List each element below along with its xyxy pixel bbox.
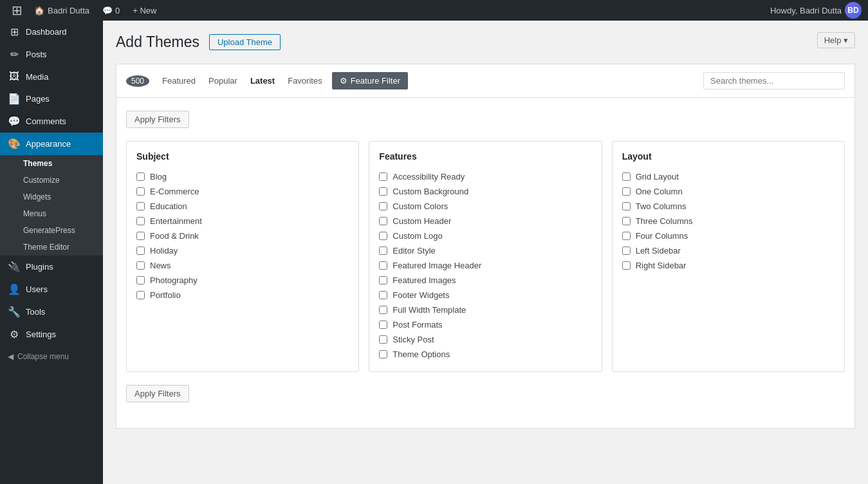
- filter-accessibility-ready[interactable]: Accessibility Ready: [379, 169, 591, 184]
- collapse-menu[interactable]: ◀ Collapse menu: [0, 346, 103, 368]
- avatar[interactable]: BD: [845, 2, 862, 19]
- checkbox-editor-style[interactable]: [379, 247, 387, 255]
- filter-portfolio[interactable]: Portfolio: [136, 288, 349, 302]
- site-name[interactable]: 🏠 Badri Dutta: [28, 6, 96, 15]
- comments-link[interactable]: 💬 0: [96, 6, 126, 15]
- upload-theme-button[interactable]: Upload Theme: [209, 34, 281, 50]
- main-content: Add Themes Upload Theme Help ▾ 500 Featu…: [103, 21, 868, 484]
- checkbox-theme-options[interactable]: [379, 350, 387, 358]
- filter-columns: Subject Blog E-Commerce Education: [126, 141, 845, 372]
- filter-right-sidebar[interactable]: Right Sidebar: [622, 258, 835, 273]
- checkbox-custom-colors[interactable]: [379, 202, 387, 210]
- checkbox-sticky-post[interactable]: [379, 335, 387, 344]
- filter-theme-options[interactable]: Theme Options: [379, 347, 591, 362]
- filter-education[interactable]: Education: [136, 199, 349, 214]
- appearance-icon: 🎨: [8, 138, 21, 150]
- checkbox-food-drink[interactable]: [136, 232, 145, 240]
- filter-content: Apply Filters Subject Blog E-Commerce: [116, 97, 855, 429]
- filter-news[interactable]: News: [136, 258, 349, 273]
- checkbox-holiday[interactable]: [136, 247, 145, 255]
- search-themes-input[interactable]: [703, 72, 845, 89]
- theme-count-badge: 500: [126, 75, 149, 87]
- settings-icon: ⚙: [8, 328, 21, 340]
- help-button[interactable]: Help ▾: [817, 32, 855, 48]
- checkbox-one-column[interactable]: [622, 187, 631, 196]
- filter-footer-widgets[interactable]: Footer Widgets: [379, 288, 591, 302]
- checkbox-two-columns[interactable]: [622, 202, 631, 210]
- plugins-icon: 🔌: [8, 261, 21, 273]
- sidebar-sub-themes[interactable]: Themes: [0, 155, 103, 172]
- wp-logo[interactable]: ⊞: [6, 3, 28, 18]
- checkbox-featured-images[interactable]: [379, 276, 387, 284]
- tab-favorites[interactable]: Favorites: [281, 73, 328, 89]
- feature-filter-button[interactable]: ⚙ Feature Filter: [332, 72, 408, 89]
- sidebar-sub-generatepress[interactable]: GeneratePress: [0, 222, 103, 239]
- filter-blog[interactable]: Blog: [136, 169, 349, 184]
- filter-photography[interactable]: Photography: [136, 273, 349, 288]
- checkbox-photography[interactable]: [136, 276, 145, 284]
- sidebar-sub-widgets[interactable]: Widgets: [0, 189, 103, 205]
- new-content[interactable]: + New: [126, 6, 163, 15]
- filter-sticky-post[interactable]: Sticky Post: [379, 332, 591, 347]
- checkbox-blog[interactable]: [136, 172, 145, 181]
- sidebar-item-media[interactable]: 🖼 Media: [0, 66, 103, 88]
- filter-editor-style[interactable]: Editor Style: [379, 243, 591, 258]
- filter-three-columns[interactable]: Three Columns: [622, 214, 835, 228]
- tab-featured[interactable]: Featured: [156, 73, 202, 89]
- filter-grid-layout[interactable]: Grid Layout: [622, 169, 835, 184]
- apply-filters-bottom-button[interactable]: Apply Filters: [126, 385, 189, 402]
- checkbox-custom-background[interactable]: [379, 187, 387, 196]
- checkbox-full-width-template[interactable]: [379, 306, 387, 314]
- checkbox-news[interactable]: [136, 261, 145, 270]
- sidebar: ⊞ Dashboard ✏ Posts 🖼 Media 📄 Pages 💬 Co…: [0, 21, 103, 484]
- filter-custom-header[interactable]: Custom Header: [379, 214, 591, 228]
- filter-left-sidebar[interactable]: Left Sidebar: [622, 243, 835, 258]
- filter-two-columns[interactable]: Two Columns: [622, 199, 835, 214]
- page-title: Add Themes: [116, 33, 199, 51]
- sidebar-sub-customize[interactable]: Customize: [0, 172, 103, 189]
- filter-featured-image-header[interactable]: Featured Image Header: [379, 258, 591, 273]
- sidebar-item-posts[interactable]: ✏ Posts: [0, 43, 103, 66]
- sidebar-item-pages[interactable]: 📄 Pages: [0, 88, 103, 110]
- checkbox-right-sidebar[interactable]: [622, 261, 631, 270]
- filter-entertainment[interactable]: Entertainment: [136, 214, 349, 228]
- sidebar-item-settings[interactable]: ⚙ Settings: [0, 323, 103, 346]
- filter-ecommerce[interactable]: E-Commerce: [136, 184, 349, 199]
- checkbox-grid-layout[interactable]: [622, 172, 631, 181]
- sidebar-item-plugins[interactable]: 🔌 Plugins: [0, 256, 103, 278]
- tab-popular[interactable]: Popular: [202, 73, 244, 89]
- checkbox-four-columns[interactable]: [622, 232, 631, 240]
- filter-four-columns[interactable]: Four Columns: [622, 228, 835, 243]
- sidebar-sub-menus[interactable]: Menus: [0, 205, 103, 222]
- checkbox-post-formats[interactable]: [379, 321, 387, 329]
- sidebar-item-dashboard[interactable]: ⊞ Dashboard: [0, 21, 103, 43]
- filter-custom-background[interactable]: Custom Background: [379, 184, 591, 199]
- filter-post-formats[interactable]: Post Formats: [379, 317, 591, 332]
- filter-holiday[interactable]: Holiday: [136, 243, 349, 258]
- tab-latest[interactable]: Latest: [244, 73, 281, 89]
- filter-full-width-template[interactable]: Full Width Template: [379, 302, 591, 317]
- filter-food-drink[interactable]: Food & Drink: [136, 228, 349, 243]
- filter-featured-images[interactable]: Featured Images: [379, 273, 591, 288]
- checkbox-custom-header[interactable]: [379, 217, 387, 225]
- filter-custom-logo[interactable]: Custom Logo: [379, 228, 591, 243]
- checkbox-custom-logo[interactable]: [379, 232, 387, 240]
- filter-custom-colors[interactable]: Custom Colors: [379, 199, 591, 214]
- checkbox-featured-image-header[interactable]: [379, 261, 387, 270]
- checkbox-education[interactable]: [136, 202, 145, 210]
- filter-one-column[interactable]: One Column: [622, 184, 835, 199]
- checkbox-left-sidebar[interactable]: [622, 247, 631, 255]
- apply-filters-top-button[interactable]: Apply Filters: [126, 111, 189, 128]
- checkbox-three-columns[interactable]: [622, 217, 631, 225]
- sidebar-item-users[interactable]: 👤 Users: [0, 278, 103, 301]
- checkbox-entertainment[interactable]: [136, 217, 145, 225]
- checkbox-ecommerce[interactable]: [136, 187, 145, 196]
- checkbox-accessibility-ready[interactable]: [379, 172, 387, 181]
- sidebar-sub-theme-editor[interactable]: Theme Editor: [0, 239, 103, 256]
- sidebar-item-comments[interactable]: 💬 Comments: [0, 110, 103, 133]
- checkbox-portfolio[interactable]: [136, 291, 145, 299]
- sidebar-item-appearance[interactable]: 🎨 Appearance: [0, 133, 103, 155]
- checkbox-footer-widgets[interactable]: [379, 291, 387, 299]
- sidebar-item-tools[interactable]: 🔧 Tools: [0, 301, 103, 323]
- media-icon: 🖼: [8, 71, 21, 82]
